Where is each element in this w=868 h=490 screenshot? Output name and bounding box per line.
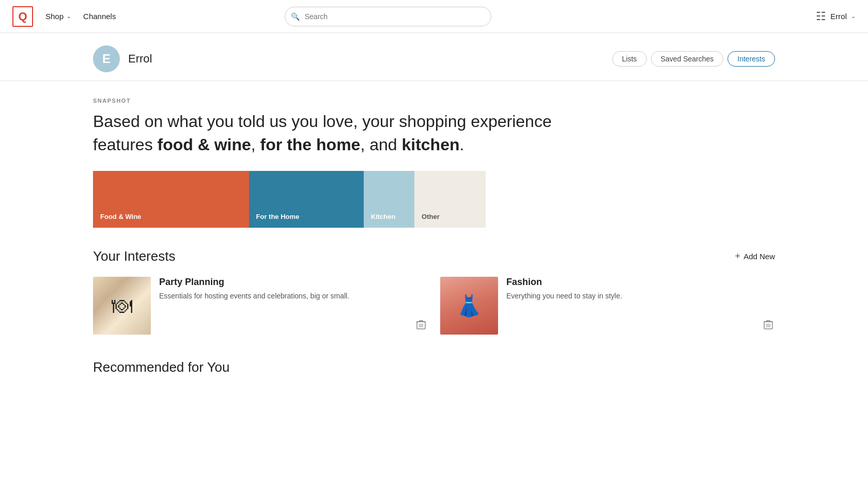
user-chevron-icon: ⌄ [851, 13, 856, 20]
interest-desc-party-planning: Essentials for hosting events and celebr… [159, 291, 428, 302]
tab-lists[interactable]: Lists [612, 51, 647, 67]
interest-desc-fashion: Everything you need to stay in style. [506, 291, 775, 302]
search-icon: 🔍 [291, 12, 300, 21]
heading-suffix: . [459, 135, 464, 154]
interest-img-party-planning [93, 277, 151, 335]
user-icon: ☷ [816, 10, 826, 23]
delete-fashion-button[interactable] [762, 318, 775, 335]
trash-icon [764, 320, 773, 330]
bar-other: Other [414, 171, 486, 228]
shop-nav[interactable]: Shop ⌄ [45, 12, 71, 21]
interests-section: Your Interests + Add New Party Planning … [93, 248, 775, 335]
interest-img-fashion [440, 277, 498, 335]
search-container: 🔍 [285, 7, 491, 26]
snapshot-heading: Based on what you told us you love, your… [93, 110, 558, 156]
bar-kitchen: Kitchen [364, 171, 414, 228]
channels-nav[interactable]: Channels [83, 12, 116, 21]
add-new-button[interactable]: + Add New [735, 251, 775, 262]
recommended-title: Recommended for You [93, 359, 775, 375]
interest-content-party-planning: Party Planning Essentials for hosting ev… [159, 277, 428, 302]
interests-title: Your Interests [93, 248, 175, 264]
bar-for-the-home: For the Home [249, 171, 364, 228]
interest-card-fashion: Fashion Everything you need to stay in s… [440, 277, 775, 335]
delete-party-planning-button[interactable] [414, 318, 428, 335]
header: Q Shop ⌄ Channels 🔍 ☷ Errol ⌄ [0, 0, 868, 33]
avatar: E [93, 45, 120, 72]
profile-left: E Errol [93, 45, 152, 72]
heading-sep1: , [251, 135, 260, 154]
heading-highlight3: kitchen [401, 135, 459, 154]
interests-section-header: Your Interests + Add New [93, 248, 775, 264]
bar-other-label: Other [422, 213, 440, 220]
heading-highlight2: for the home [260, 135, 361, 154]
interest-bar-chart: Food & Wine For the Home Kitchen Other [93, 171, 486, 228]
main-content: SNAPSHOT Based on what you told us you l… [0, 81, 868, 392]
interest-card-party-planning: Party Planning Essentials for hosting ev… [93, 277, 428, 335]
heading-sep2: , and [360, 135, 401, 154]
heading-highlight1: food & wine [158, 135, 251, 154]
add-new-label: Add New [743, 252, 775, 261]
tab-saved-searches[interactable]: Saved Searches [651, 51, 724, 67]
snapshot-section: SNAPSHOT Based on what you told us you l… [93, 98, 775, 228]
logo-letter: Q [18, 11, 27, 22]
interest-name-party-planning: Party Planning [159, 277, 428, 288]
shop-label: Shop [45, 12, 64, 21]
interests-grid: Party Planning Essentials for hosting ev… [93, 277, 775, 335]
snapshot-label: SNAPSHOT [93, 98, 775, 104]
interest-name-fashion: Fashion [506, 277, 775, 288]
profile-name: Errol [128, 52, 152, 66]
trash-icon [416, 320, 426, 330]
header-username: Errol [830, 12, 847, 21]
bar-food-wine-label: Food & Wine [100, 213, 141, 220]
profile-tabs: Lists Saved Searches Interests [612, 51, 775, 67]
logo[interactable]: Q [12, 6, 33, 27]
shop-chevron-icon: ⌄ [67, 13, 71, 19]
add-icon: + [735, 251, 741, 262]
profile-section: E Errol Lists Saved Searches Interests [0, 33, 868, 81]
user-menu[interactable]: ☷ Errol ⌄ [816, 10, 856, 23]
recommended-section: Recommended for You [93, 359, 775, 375]
search-input[interactable] [285, 7, 491, 26]
tab-interests[interactable]: Interests [727, 51, 775, 67]
bar-food-wine: Food & Wine [93, 171, 249, 228]
avatar-letter: E [102, 52, 111, 66]
bar-for-the-home-label: For the Home [256, 213, 300, 220]
bar-kitchen-label: Kitchen [371, 213, 396, 220]
interest-content-fashion: Fashion Everything you need to stay in s… [506, 277, 775, 302]
